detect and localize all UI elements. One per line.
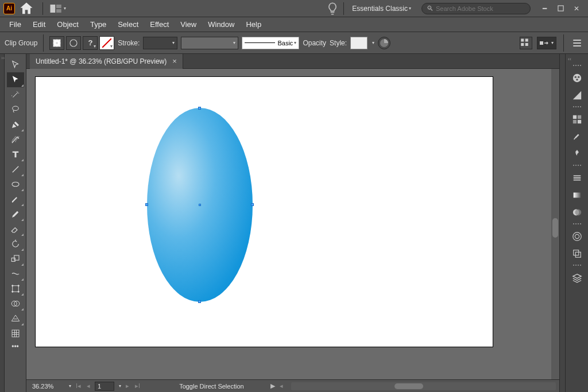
align-panel-button[interactable]: [520, 37, 532, 49]
next-artboard-button[interactable]: ▸: [125, 382, 130, 390]
selection-handle-bottom[interactable]: [198, 300, 201, 303]
window-maximize-button[interactable]: [554, 3, 567, 14]
selection-handle-top[interactable]: [198, 107, 201, 110]
color-panel-icon[interactable]: [568, 70, 586, 86]
horizontal-scrollbar[interactable]: [291, 382, 556, 390]
last-artboard-button[interactable]: ▸I: [134, 382, 141, 390]
scroll-left-button[interactable]: ◂: [278, 382, 284, 390]
eraser-tool[interactable]: [7, 222, 24, 236]
svg-point-13: [12, 106, 18, 111]
perspective-grid-tool[interactable]: [7, 311, 24, 326]
window-close-button[interactable]: ✕: [570, 3, 583, 14]
symbols-panel-icon[interactable]: [568, 146, 586, 162]
menu-view[interactable]: View: [175, 18, 202, 31]
document-tab[interactable]: Untitled-1* @ 36.23% (RGB/GPU Preview) ×: [30, 54, 183, 69]
discover-button[interactable]: [325, 1, 340, 16]
menu-help[interactable]: Help: [240, 18, 267, 31]
fill-swatch[interactable]: [49, 36, 64, 50]
width-tool[interactable]: [7, 266, 24, 281]
scale-tool[interactable]: [7, 251, 24, 266]
panel-grip-4[interactable]: [568, 223, 586, 226]
search-input[interactable]: [436, 5, 525, 12]
panel-grip-1[interactable]: [568, 65, 586, 68]
svg-rect-38: [573, 250, 578, 255]
canvas[interactable]: [26, 69, 559, 379]
menu-type[interactable]: Type: [84, 18, 112, 31]
arrange-documents-button[interactable]: ▾: [47, 2, 69, 15]
magic-wand-tool[interactable]: [7, 87, 24, 102]
fill-unknown-swatch[interactable]: ?▾: [83, 36, 98, 50]
scrollbar-thumb[interactable]: [394, 383, 423, 389]
type-tool[interactable]: [7, 147, 24, 162]
chevron-down-icon[interactable]: ▾: [119, 383, 121, 389]
shape-builder-tool[interactable]: [7, 296, 24, 311]
status-disclosure-button[interactable]: ▶: [270, 382, 275, 390]
paintbrush-tool[interactable]: [7, 192, 24, 207]
mesh-tool[interactable]: [7, 326, 24, 341]
pencil-tool[interactable]: [7, 207, 24, 222]
zoom-level[interactable]: 36.23%: [30, 382, 64, 391]
recolor-artwork-button[interactable]: [378, 37, 390, 49]
control-panel-menu-button[interactable]: [571, 37, 583, 49]
first-artboard-button[interactable]: I◂: [75, 382, 82, 390]
artboard[interactable]: [36, 77, 493, 347]
curvature-tool[interactable]: [7, 132, 24, 147]
variable-width-profile[interactable]: ▾: [181, 37, 238, 49]
selection-handle-right[interactable]: [251, 203, 254, 206]
layers-panel-icon[interactable]: [568, 270, 586, 286]
swatches-panel-icon[interactable]: [568, 111, 586, 127]
pen-tool[interactable]: [7, 117, 24, 132]
menu-select[interactable]: Select: [112, 18, 144, 31]
stroke-panel-icon[interactable]: [568, 170, 586, 186]
style-label: Style:: [330, 39, 347, 47]
home-button[interactable]: [18, 2, 34, 15]
workspace-switcher[interactable]: Essentials Classic ▾: [347, 2, 416, 15]
rotate-tool[interactable]: [7, 236, 24, 251]
transform-panel-button[interactable]: ▾: [537, 37, 556, 49]
stroke-weight-input[interactable]: ▾: [143, 37, 177, 49]
free-transform-tool[interactable]: [7, 281, 24, 296]
close-tab-button[interactable]: ×: [172, 57, 177, 65]
right-panel-divider[interactable]: [559, 54, 565, 392]
graphic-style-swatch[interactable]: [350, 37, 368, 49]
selection-handle-left[interactable]: [145, 203, 148, 206]
transparency-panel-icon[interactable]: [568, 204, 586, 220]
svg-point-26: [574, 76, 577, 78]
stroke-swatch[interactable]: ▾: [99, 36, 114, 50]
prev-artboard-button[interactable]: ◂: [86, 382, 91, 390]
vertical-scrollbar[interactable]: [551, 69, 559, 379]
divider: [343, 2, 344, 15]
graphic-styles-panel-icon[interactable]: [568, 246, 586, 262]
menu-effect[interactable]: Effect: [144, 18, 175, 31]
panel-grip-3[interactable]: [568, 165, 586, 168]
menu-file[interactable]: File: [3, 18, 27, 31]
color-guide-panel-icon[interactable]: [568, 87, 586, 103]
menu-window[interactable]: Window: [202, 18, 240, 31]
chevron-down-icon[interactable]: ▾: [69, 383, 71, 389]
more-tools-button[interactable]: •••: [7, 341, 24, 352]
fill-controls: ?▾ ▾: [49, 36, 114, 50]
menu-object[interactable]: Object: [51, 18, 84, 31]
panel-grip-5[interactable]: [568, 265, 586, 267]
tools-panel: •••: [5, 54, 26, 392]
selection-tool[interactable]: [7, 57, 24, 72]
direct-selection-tool[interactable]: [7, 72, 24, 87]
gradient-panel-icon[interactable]: [568, 187, 586, 203]
menu-edit[interactable]: Edit: [27, 18, 51, 31]
collapse-dock-button[interactable]: ‹‹: [566, 56, 571, 62]
search-box[interactable]: 🔍︎: [421, 3, 531, 14]
rectangle-tool[interactable]: [7, 177, 24, 192]
panel-grip-2[interactable]: [568, 106, 586, 109]
selection-center-point[interactable]: [199, 204, 201, 206]
scrollbar-thumb[interactable]: [552, 218, 558, 238]
lasso-tool[interactable]: [7, 102, 24, 117]
brushes-panel-icon[interactable]: [568, 129, 586, 145]
fill-recolor-button[interactable]: [66, 36, 81, 50]
line-segment-tool[interactable]: [7, 162, 24, 177]
appearance-panel-icon[interactable]: [568, 228, 586, 244]
svg-rect-33: [573, 193, 581, 198]
window-minimize-button[interactable]: ━: [537, 3, 551, 14]
brush-definition[interactable]: Basic ▾: [242, 37, 299, 49]
artboard-number-input[interactable]: 1: [95, 382, 114, 391]
left-panel-collapsed[interactable]: ››: [0, 54, 5, 392]
